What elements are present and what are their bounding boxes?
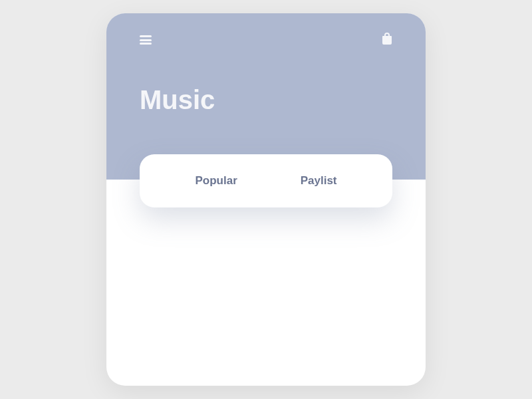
menu-icon[interactable]	[140, 35, 152, 45]
page-title: Music	[140, 85, 392, 115]
tabs-card: Popular Paylist	[140, 154, 392, 207]
topbar	[140, 32, 392, 48]
shopping-bag-icon[interactable]	[382, 33, 392, 47]
tab-popular[interactable]: Popular	[195, 174, 237, 188]
tab-playlist[interactable]: Paylist	[301, 174, 337, 188]
music-card: Music Popular Paylist	[106, 13, 426, 386]
